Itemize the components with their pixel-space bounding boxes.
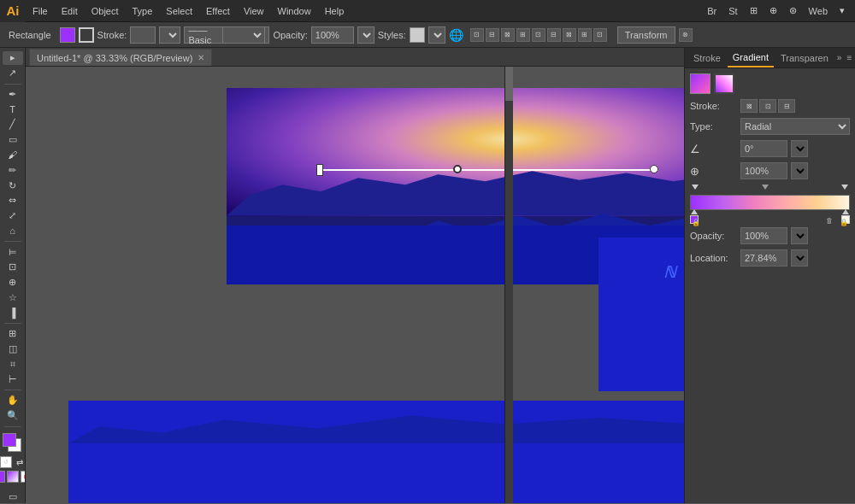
foreground-color-swatch[interactable] <box>3 433 16 447</box>
tool-type[interactable]: T <box>3 103 23 116</box>
v-scrollbar[interactable] <box>504 67 513 503</box>
menu-effect[interactable]: Effect <box>199 0 237 21</box>
doc-tab-close[interactable]: ✕ <box>198 53 204 62</box>
gradient-swatch-alt[interactable] <box>714 73 734 94</box>
tool-measure[interactable]: ⊢ <box>3 372 23 386</box>
gradient-handle-end[interactable] <box>650 165 658 173</box>
align-btn-1[interactable]: ⊡ <box>470 28 484 42</box>
bridge-icon-st[interactable]: St <box>725 4 740 18</box>
gradient-handle-start[interactable] <box>316 164 323 176</box>
align-btn-2[interactable]: ⊟ <box>486 28 499 42</box>
bridge-icon-share[interactable]: ⊕ <box>766 3 781 18</box>
align-btn-3[interactable]: ⊠ <box>501 28 515 42</box>
lock-icon-right[interactable]: 🔒 <box>840 219 848 226</box>
align-btn-9[interactable]: ⊡ <box>593 28 607 42</box>
tool-gradient[interactable]: ◫ <box>3 343 23 356</box>
tool-hand[interactable]: ✋ <box>3 394 23 407</box>
styles-select[interactable] <box>428 26 445 44</box>
weight-select[interactable] <box>222 26 265 44</box>
lock-icon-left[interactable]: 🔒 <box>692 219 700 226</box>
tool-symbol[interactable]: ☆ <box>3 291 23 305</box>
angle-dropdown[interactable] <box>791 140 808 157</box>
tool-mirror[interactable]: ⇔ <box>3 194 23 208</box>
tool-warp[interactable]: ⌂ <box>3 225 23 238</box>
transform-button[interactable]: Transform <box>617 26 675 44</box>
top-stop-left[interactable] <box>692 185 699 190</box>
tool-mesh[interactable]: ⊞ <box>3 327 23 341</box>
top-stop-mid[interactable] <box>762 185 769 190</box>
align-btn-6[interactable]: ⊟ <box>547 28 561 42</box>
stroke-align-out[interactable]: ⊟ <box>778 99 795 113</box>
fill-swatch[interactable] <box>60 27 75 43</box>
angle-input[interactable] <box>740 140 787 157</box>
gradient-handle-mid[interactable] <box>453 165 462 173</box>
tool-scale[interactable]: ⤢ <box>3 209 23 223</box>
tab-transparency[interactable]: Transparen <box>775 48 834 67</box>
scale-dropdown[interactable] <box>791 162 808 179</box>
scale-input[interactable] <box>740 162 787 179</box>
align-btn-5[interactable]: ⊡ <box>532 28 545 42</box>
tool-width[interactable]: ⊨ <box>3 245 23 259</box>
tool-direct-selection[interactable]: ↗ <box>3 67 23 80</box>
opacity-dropdown[interactable] <box>357 26 374 44</box>
default-colors-icon[interactable]: ↺ <box>0 456 12 468</box>
menu-view[interactable]: View <box>237 0 271 21</box>
align-btn-4[interactable]: ⊞ <box>516 28 530 42</box>
fg-bg-swatches[interactable] <box>3 433 23 454</box>
stroke-align-in[interactable]: ⊠ <box>740 99 758 113</box>
document-tab[interactable]: Untitled-1* @ 33.33% (RGB/Preview) ✕ <box>29 49 212 66</box>
top-stop-right[interactable] <box>841 185 848 190</box>
menu-select[interactable]: Select <box>159 0 199 21</box>
delete-stop-icon[interactable]: 🗑 <box>826 217 833 225</box>
stroke-swatch[interactable] <box>79 27 94 43</box>
tool-paintbrush[interactable]: 🖌 <box>3 149 23 162</box>
tool-draw-mode[interactable]: ▭ <box>3 489 23 503</box>
swap-colors-icon[interactable]: ⇄ <box>14 456 26 468</box>
stroke-type-buttons: ⊠ ⊡ ⊟ <box>740 99 795 113</box>
gradient-bar[interactable] <box>690 195 850 210</box>
bridge-icon-br[interactable]: Br <box>704 4 720 18</box>
align-btn-8[interactable]: ⊞ <box>578 28 592 42</box>
menu-file[interactable]: File <box>26 0 55 21</box>
bridge-icon-search[interactable]: ⊛ <box>786 3 800 18</box>
tool-shape-builder[interactable]: ⊕ <box>3 276 23 290</box>
opacity-dropdown-panel[interactable] <box>791 227 808 244</box>
align-btn-7[interactable]: ⊠ <box>563 28 576 42</box>
tool-column-graph[interactable]: ▐ <box>3 306 23 319</box>
panel-menu-icon[interactable]: ≡ <box>845 51 853 64</box>
menu-edit[interactable]: Edit <box>55 0 85 21</box>
tool-zoom[interactable]: 🔍 <box>3 409 23 423</box>
location-input[interactable] <box>740 249 787 267</box>
globe-icon[interactable]: 🌐 <box>449 28 463 42</box>
color-mode-gradient[interactable] <box>7 471 19 483</box>
stroke-align-center[interactable]: ⊡ <box>759 99 776 113</box>
tool-free-transform[interactable]: ⊡ <box>3 261 23 274</box>
opacity-input-panel[interactable] <box>740 227 787 244</box>
tool-rotate[interactable]: ↻ <box>3 179 23 192</box>
stroke-dropdown[interactable] <box>159 26 180 44</box>
menu-help[interactable]: Help <box>318 0 351 21</box>
type-select[interactable]: Radial Linear <box>740 118 850 135</box>
menu-type[interactable]: Type <box>126 0 160 21</box>
color-mode-solid[interactable] <box>0 471 5 483</box>
bridge-icon-grid[interactable]: ⊞ <box>746 3 761 18</box>
tool-line[interactable]: ╱ <box>3 118 23 132</box>
opacity-input[interactable] <box>311 26 354 44</box>
v-scrollbar-thumb[interactable] <box>505 67 513 101</box>
tool-eyedropper[interactable]: ⌗ <box>3 358 23 372</box>
workspace-dropdown-icon[interactable]: ▾ <box>836 3 848 18</box>
stroke-width-input[interactable] <box>130 26 156 44</box>
tool-pencil[interactable]: ✏ <box>3 163 23 177</box>
menu-object[interactable]: Object <box>85 0 126 21</box>
tool-rectangle[interactable]: ▭ <box>3 133 23 147</box>
tool-selection[interactable]: ▸ <box>3 51 23 65</box>
gradient-swatch-main[interactable] <box>690 73 711 94</box>
expand-panels-icon[interactable]: » <box>835 51 844 64</box>
location-dropdown[interactable] <box>791 249 808 267</box>
tab-gradient[interactable]: Gradient <box>728 48 774 67</box>
canvas-area[interactable]: ℕ <box>26 67 684 503</box>
menu-window[interactable]: Window <box>271 0 318 21</box>
tool-pen[interactable]: ✒ <box>3 87 23 101</box>
tab-stroke[interactable]: Stroke <box>688 48 726 67</box>
transform-icon[interactable]: ⊗ <box>679 28 693 42</box>
